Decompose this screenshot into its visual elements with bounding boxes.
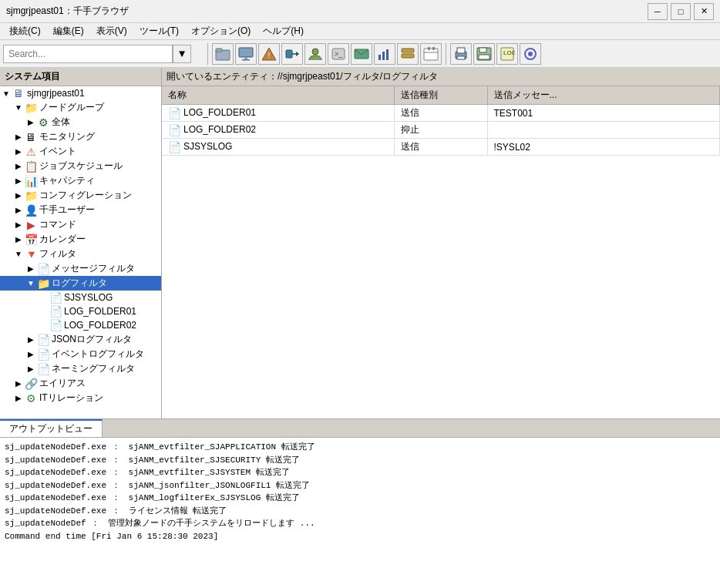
- toolbar-btn-4[interactable]: [281, 43, 303, 65]
- menu-edit[interactable]: 編集(E): [47, 23, 90, 39]
- tree-item-alias[interactable]: ▶ 🔗 エイリアス: [0, 376, 161, 391]
- tree-arrow-alias[interactable]: ▶: [12, 379, 25, 388]
- tree-label-namingfilter: ネーミングフィルタ: [52, 362, 135, 375]
- table-row[interactable]: 📄LOG_FOLDER01 送信 TEST001: [162, 105, 720, 122]
- tree-arrow-user[interactable]: ▶: [12, 206, 25, 214]
- menu-view[interactable]: 表示(V): [90, 23, 133, 39]
- tree-label-msgfilter: メッセージフィルタ: [52, 262, 135, 275]
- tree-item-logfolder02[interactable]: ▶ 📄 LOG_FOLDER02: [0, 318, 161, 332]
- tree-item-logfolder01[interactable]: ▶ 📄 LOG_FOLDER01: [0, 304, 161, 318]
- toolbar-btn-3[interactable]: !: [258, 43, 280, 65]
- toolbar-btn-5[interactable]: [304, 43, 326, 65]
- svg-rect-1: [216, 49, 222, 52]
- eventlogfilter-icon: 📄: [37, 348, 49, 361]
- tree-item-capacity[interactable]: ▶ 📊 キャパシティ: [0, 173, 161, 188]
- content-header: 開いているエンティティ：//sjmgrjpeast01/フィルタ/ログフィルタ: [162, 68, 720, 86]
- tree-arrow-eventlogfilter[interactable]: ▶: [25, 350, 37, 358]
- tree-item-itrelay[interactable]: ▶ ⚙ ITリレーション: [0, 391, 161, 405]
- svg-rect-24: [457, 48, 465, 53]
- menu-connect[interactable]: 接続(C): [3, 23, 47, 39]
- tree-arrow-job[interactable]: ▶: [12, 162, 25, 170]
- tree-arrow-calendar[interactable]: ▶: [12, 235, 25, 244]
- tree-item-calendar[interactable]: ▶ 📅 カレンダー: [0, 232, 161, 247]
- svg-text:LOG: LOG: [503, 49, 515, 56]
- tree-item-user[interactable]: ▶ 👤 千手ユーザー: [0, 203, 161, 217]
- tree-item-command[interactable]: ▶ ▶ コマンド: [0, 217, 161, 232]
- logfolder01-icon: 📄: [49, 305, 62, 318]
- tree-arrow-event[interactable]: ▶: [12, 147, 25, 156]
- tree-arrow-all[interactable]: ▶: [25, 118, 37, 126]
- menu-tools[interactable]: ツール(T): [133, 23, 185, 39]
- output-line: sj_updateNodeDef.exe ： sjANM_jsonfilter_…: [5, 479, 715, 492]
- maximize-button[interactable]: □: [671, 3, 691, 20]
- menu-help[interactable]: ヘルプ(H): [257, 23, 310, 39]
- toolbar-btn-13[interactable]: LOG: [496, 43, 518, 65]
- tree-item-namingfilter[interactable]: ▶ 📄 ネーミングフィルタ: [0, 361, 161, 376]
- tab-output[interactable]: アウトプットビュー: [0, 419, 103, 437]
- cell-type: 抑止: [394, 122, 487, 139]
- tree-arrow-monitoring[interactable]: ▶: [12, 133, 25, 141]
- tree-item-monitoring[interactable]: ▶ 🖥 モニタリング: [0, 129, 161, 144]
- col-name: 名称: [162, 86, 394, 105]
- toolbar-btn-9[interactable]: [397, 43, 419, 65]
- tree-arrow-logfilter[interactable]: ▼: [25, 279, 37, 287]
- tree-arrow-filter[interactable]: ▼: [12, 250, 25, 258]
- tree-arrow-command[interactable]: ▶: [12, 220, 25, 229]
- tree-item-job[interactable]: ▶ 📋 ジョブスケジュール: [0, 159, 161, 173]
- search-button[interactable]: ▼: [173, 45, 191, 63]
- tree-item-jsonlogfilter[interactable]: ▶ 📄 JSONログフィルタ: [0, 332, 161, 347]
- tree-arrow-namingfilter[interactable]: ▶: [25, 365, 37, 373]
- msgfilter-icon: 📄: [37, 263, 49, 275]
- tree-label-logfolder01: LOG_FOLDER01: [64, 306, 136, 317]
- tree-item-msgfilter[interactable]: ▶ 📄 メッセージフィルタ: [0, 261, 161, 276]
- tree-item-event[interactable]: ▶ ⚠ イベント: [0, 144, 161, 159]
- toolbar-btn-14[interactable]: [520, 43, 541, 65]
- logfolder02-icon: 📄: [49, 319, 62, 331]
- event-icon: ⚠: [25, 146, 37, 158]
- cell-type: 送信: [394, 139, 487, 156]
- tree-item-root[interactable]: ▼ 🖥 sjmgrjpeast01: [0, 86, 161, 100]
- toolbar-btn-7[interactable]: [351, 43, 372, 65]
- tree-arrow-capacity[interactable]: ▶: [12, 176, 25, 185]
- search-input[interactable]: [3, 45, 173, 63]
- menu-options[interactable]: オプション(O): [185, 23, 257, 39]
- tree-arrow-msgfilter[interactable]: ▶: [25, 264, 37, 273]
- toolbar-btn-2[interactable]: [235, 43, 257, 65]
- svg-rect-7: [286, 50, 292, 58]
- tree-item-eventlogfilter[interactable]: ▶ 📄 イベントログフィルタ: [0, 347, 161, 361]
- minimize-button[interactable]: ─: [648, 3, 668, 20]
- toolbar-btn-11[interactable]: [450, 43, 472, 65]
- toolbar-btn-12[interactable]: [473, 43, 495, 65]
- tree-arrow-itrelay[interactable]: ▶: [12, 394, 25, 402]
- tree-arrow-config[interactable]: ▶: [12, 191, 25, 200]
- tree-arrow-root[interactable]: ▼: [0, 89, 12, 98]
- svg-rect-28: [479, 55, 490, 59]
- tree-item-all[interactable]: ▶ ⚙ 全体: [0, 115, 161, 129]
- server-icon: 🖥: [12, 87, 25, 99]
- table-row[interactable]: 📄SJSYSLOG 送信 !SYSL02: [162, 139, 720, 156]
- col-message: 送信メッセー...: [487, 86, 719, 105]
- tree-arrow-jsonlogfilter[interactable]: ▶: [25, 335, 37, 344]
- toolbar: ▼ ! >_ LOG: [0, 40, 720, 68]
- cell-message: !SYSL02: [487, 139, 719, 156]
- close-button[interactable]: ✕: [694, 3, 714, 20]
- monitoring-icon: 🖥: [25, 131, 37, 143]
- output-line: sj_updateNodeDef.exe ： sjANM_evtfilter_S…: [5, 466, 715, 479]
- tree-label-all: 全体: [52, 116, 70, 129]
- window-title: sjmgrjpeast01：千手ブラウザ: [6, 5, 129, 18]
- tree-item-sjsyslog[interactable]: ▶ 📄 SJSYSLOG: [0, 291, 161, 304]
- svg-rect-21: [428, 47, 430, 50]
- table-row[interactable]: 📄LOG_FOLDER02 抑止: [162, 122, 720, 139]
- tree-item-filter[interactable]: ▼ 🔻 フィルタ: [0, 247, 161, 261]
- tree-item-config[interactable]: ▶ 📁 コンフィグレーション: [0, 188, 161, 203]
- tree-item-logfilter[interactable]: ▼ 📁 ログフィルタ: [0, 276, 161, 291]
- output-panel: アウトプットビュー sj_updateNodeDef.exe ： sjANM_e…: [0, 418, 720, 588]
- toolbar-btn-10[interactable]: [420, 43, 442, 65]
- toolbar-btn-8[interactable]: [374, 43, 395, 65]
- toolbar-btn-6[interactable]: >_: [328, 43, 349, 65]
- toolbar-btn-1[interactable]: [212, 43, 234, 65]
- tree-arrow-nodegroup[interactable]: ▼: [12, 103, 25, 112]
- all-icon: ⚙: [37, 116, 49, 129]
- tree-label-capacity: キャパシティ: [39, 174, 95, 187]
- tree-item-nodegroup[interactable]: ▼ 📁 ノードグループ: [0, 100, 161, 115]
